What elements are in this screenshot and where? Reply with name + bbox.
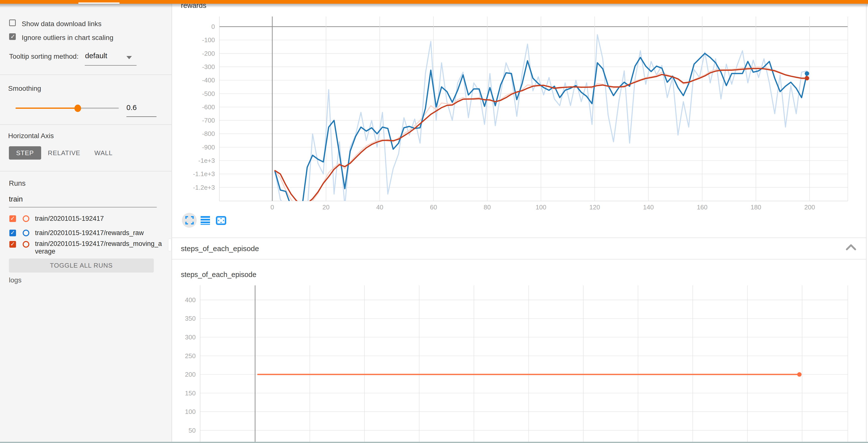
series-end-dot[interactable] xyxy=(797,372,802,377)
steps-of-each-episode-chart[interactable]: 40035030025020015010050 xyxy=(173,279,853,443)
svg-text:-600: -600 xyxy=(202,104,215,111)
check-icon: ✓ xyxy=(9,229,16,236)
grid-lines xyxy=(219,17,848,201)
tensorboard-header-bar xyxy=(0,0,868,4)
svg-text:80: 80 xyxy=(484,204,491,211)
svg-text:-1.2e+3: -1.2e+3 xyxy=(193,184,215,191)
svg-text:250: 250 xyxy=(185,352,196,360)
svg-text:-1.1e+3: -1.1e+3 xyxy=(193,170,215,178)
series-end-dot[interactable] xyxy=(805,71,809,76)
smoothing-value[interactable]: 0.6 xyxy=(126,104,137,112)
sidebar-main-divider xyxy=(172,4,172,442)
fullscreen-icon[interactable] xyxy=(185,216,194,225)
run-filter-underline xyxy=(9,207,157,207)
svg-text:-700: -700 xyxy=(202,117,215,124)
logs-label: logs xyxy=(9,276,22,284)
svg-text:0: 0 xyxy=(271,204,274,211)
chevron-up-icon[interactable] xyxy=(846,244,856,250)
smoothing-slider-fill xyxy=(16,108,78,109)
run-item-label[interactable]: train/20201015-192417/rewards_moving_ave… xyxy=(35,240,163,255)
divider xyxy=(0,124,172,125)
divider xyxy=(0,171,172,171)
smoothing-slider-thumb[interactable] xyxy=(74,105,81,112)
run-radio-red[interactable] xyxy=(23,241,29,248)
select-underline xyxy=(85,65,136,66)
svg-text:300: 300 xyxy=(185,333,196,341)
svg-text:-100: -100 xyxy=(202,36,215,43)
steps-chart-title: steps_of_each_episode xyxy=(181,271,256,279)
svg-text:-1e+3: -1e+3 xyxy=(198,157,215,164)
show-data-download-links-checkbox[interactable] xyxy=(9,20,16,26)
axis-relative-button[interactable]: RELATIVE xyxy=(47,146,81,159)
check-icon: ✓ xyxy=(9,215,16,222)
svg-text:100: 100 xyxy=(185,408,196,415)
toggle-all-runs-button[interactable]: TOGGLE ALL RUNS xyxy=(9,259,154,272)
fit-domain-icon[interactable] xyxy=(216,216,226,225)
run-checkbox-red[interactable]: ✓ xyxy=(9,241,16,248)
smoothing-value-underline xyxy=(126,116,156,117)
run-item-label[interactable]: train/20201015-192417 xyxy=(35,215,166,223)
svg-text:-400: -400 xyxy=(202,77,215,84)
svg-text:50: 50 xyxy=(189,427,196,434)
runs-label: Runs xyxy=(9,179,26,187)
svg-text:180: 180 xyxy=(750,204,761,211)
grid-lines xyxy=(200,285,848,443)
svg-text:100: 100 xyxy=(535,204,546,211)
scrollbar-track-edge[interactable] xyxy=(866,4,867,443)
tensorboard-app: Show data download links ✓ Ignore outlie… xyxy=(0,0,868,443)
axis-wall-button[interactable]: WALL xyxy=(92,146,115,159)
svg-text:-500: -500 xyxy=(202,90,215,97)
svg-text:40: 40 xyxy=(376,204,383,211)
active-tab-underline xyxy=(79,2,120,4)
bottom-edge-line xyxy=(0,442,868,443)
svg-text:140: 140 xyxy=(643,204,654,211)
check-icon: ✓ xyxy=(10,33,16,40)
rewards-chart[interactable]: 0-100-200-300-400-500-600-700-800-900-1e… xyxy=(173,10,853,215)
axis-tick-labels: 0-100-200-300-400-500-600-700-800-900-1e… xyxy=(193,23,815,211)
smoothing-label: Smoothing xyxy=(8,85,41,92)
divider xyxy=(0,75,172,75)
chevron-down-icon[interactable] xyxy=(126,56,132,59)
series-end-dot[interactable] xyxy=(805,76,809,81)
svg-text:-200: -200 xyxy=(202,50,215,57)
show-data-download-links-label[interactable]: Show data download links xyxy=(22,20,101,28)
horizontal-bars-icon[interactable] xyxy=(200,216,210,225)
run-checkbox-blue[interactable]: ✓ xyxy=(9,230,16,236)
ignore-outliers-label[interactable]: Ignore outliers in chart scaling xyxy=(22,34,113,42)
svg-text:-900: -900 xyxy=(202,144,215,151)
svg-text:0: 0 xyxy=(212,23,215,30)
run-filter-input[interactable]: train xyxy=(9,195,23,203)
svg-text:200: 200 xyxy=(185,371,196,378)
svg-text:-800: -800 xyxy=(202,130,215,138)
svg-text:20: 20 xyxy=(322,204,330,211)
axis-tick-labels: 40035030025020015010050 xyxy=(185,296,196,434)
svg-text:60: 60 xyxy=(430,204,437,211)
svg-text:200: 200 xyxy=(804,204,815,211)
svg-text:350: 350 xyxy=(185,315,196,322)
ignore-outliers-checkbox[interactable]: ✓ xyxy=(9,33,16,40)
tooltip-sorting-select[interactable]: default xyxy=(85,52,107,60)
run-radio-orange[interactable] xyxy=(23,215,29,222)
settings-sidebar: Show data download links ✓ Ignore outlie… xyxy=(0,4,172,443)
tooltip-sorting-label: Tooltip sorting method: xyxy=(9,53,79,60)
run-radio-blue[interactable] xyxy=(23,230,29,236)
run-checkbox-orange[interactable]: ✓ xyxy=(9,215,16,222)
svg-text:400: 400 xyxy=(185,296,196,304)
svg-text:160: 160 xyxy=(697,204,707,211)
check-icon: ✓ xyxy=(9,241,16,247)
section-header-steps-of-each-episode[interactable]: steps_of_each_episode xyxy=(172,238,866,260)
sidebar-scrollbar-thumb[interactable] xyxy=(168,238,172,252)
section-title: steps_of_each_episode xyxy=(181,244,259,253)
svg-text:150: 150 xyxy=(185,389,196,397)
axis-step-button[interactable]: STEP xyxy=(9,146,41,159)
svg-text:120: 120 xyxy=(589,204,600,211)
svg-text:-300: -300 xyxy=(202,63,215,70)
run-item-label[interactable]: train/20201015-192417/rewards_raw xyxy=(35,229,166,237)
horizontal-axis-label: Horizontal Axis xyxy=(8,132,54,140)
